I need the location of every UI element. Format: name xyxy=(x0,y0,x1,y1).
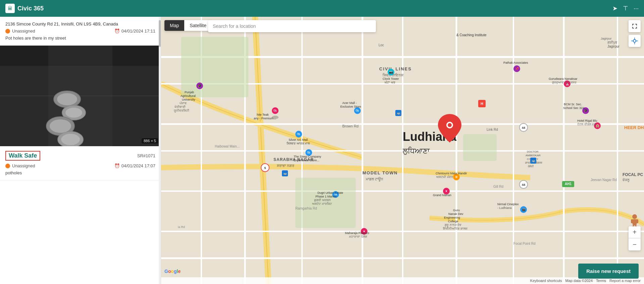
svg-text:🛍: 🛍 xyxy=(274,109,277,112)
unassigned-dot xyxy=(5,29,10,34)
zoom-out-button[interactable]: − xyxy=(629,238,641,250)
logo-icon: 🏛 xyxy=(8,6,12,11)
svg-text:Focal Point Rd: Focal Point Rd xyxy=(513,242,536,245)
svg-text:♥: ♥ xyxy=(445,189,447,193)
location-search[interactable]: Search for a location xyxy=(208,20,376,32)
svg-text:🎓: 🎓 xyxy=(198,83,202,88)
sidebar: 2136 Simcoe County Rd 21, Innisfil, ON L… xyxy=(0,17,161,284)
top-navigation: 🏛 Civic 365 ➤ ⊤ ··· xyxy=(0,0,644,17)
card-1[interactable]: 2136 Simcoe County Rd 21, Innisfil, ON L… xyxy=(0,17,161,46)
svg-text:College: College xyxy=(448,220,458,223)
more-menu-icon[interactable]: ··· xyxy=(634,5,639,12)
svg-text:ਕੋਲੋਨੀ: ਕੋਲੋਨੀ xyxy=(528,165,534,168)
svg-text:☸: ☸ xyxy=(455,175,458,179)
svg-text:5: 5 xyxy=(264,166,266,170)
svg-text:AH1: AH1 xyxy=(565,182,572,186)
image-badge: 886 × 5 xyxy=(142,138,158,144)
svg-text:Agricultural: Agricultural xyxy=(181,94,196,98)
svg-text:Dugri Urban Estate: Dugri Urban Estate xyxy=(317,191,343,194)
svg-text:ਮਾਡਲ ਟਾਊਨ: ਮਾਡਲ ਟਾਊਨ xyxy=(365,177,384,181)
svg-text:Silver Arc Mall: Silver Arc Mall xyxy=(289,138,308,141)
map-view-controls: Map Satellite xyxy=(164,20,212,31)
scrollbar[interactable] xyxy=(159,17,161,284)
map-tab-button[interactable]: Map xyxy=(164,20,184,31)
svg-text:Jagirpur: Jagirpur xyxy=(601,37,612,40)
svg-text:ਯੂਨੀਵਰਸਿਟੀ: ਯੂਨੀਵਰਸਿਟੀ xyxy=(174,109,189,113)
svg-text:ਮਹਾਰਾਜਾ ਪੈਲੇਸ: ਮਹਾਰਾਜਾ ਪੈਲੇਸ xyxy=(349,235,367,238)
svg-rect-156 xyxy=(632,24,633,25)
card-2-assignee-label: Unassigned xyxy=(12,163,35,168)
card-2-meta: Unassigned ⏰ 04/01/2024 17:07 xyxy=(5,163,155,168)
card-1-time: ⏰ 04/01/2024 17:11 xyxy=(114,29,155,34)
svg-text:CIVIL LINES: CIVIL LINES xyxy=(379,66,412,71)
svg-text:& Coaching Institute: & Coaching Institute xyxy=(456,33,487,37)
svg-point-163 xyxy=(633,40,636,42)
svg-text:🚌: 🚌 xyxy=(283,171,287,175)
satellite-tab-button[interactable]: Satellite xyxy=(184,20,212,31)
svg-rect-170 xyxy=(631,219,634,223)
svg-text:44: 44 xyxy=(522,126,525,129)
svg-text:🎬: 🎬 xyxy=(522,208,526,212)
road-image-svg xyxy=(0,46,161,146)
svg-text:HEER DHA: HEER DHA xyxy=(624,125,644,130)
svg-text:44: 44 xyxy=(522,183,525,186)
expand-icon xyxy=(632,23,637,29)
svg-text:Haibowal Main...: Haibowal Main... xyxy=(215,145,240,148)
svg-point-12 xyxy=(61,134,80,145)
svg-text:any - Premium...: any - Premium... xyxy=(254,117,276,120)
svg-text:Ramgarhia Rd: Ramgarhia Rd xyxy=(295,207,317,210)
svg-text:Phase 1 Market: Phase 1 Market xyxy=(315,195,337,198)
app-logo: 🏛 xyxy=(5,4,15,13)
svg-text:Nirmal Cineplex: Nirmal Cineplex xyxy=(497,203,519,206)
svg-text:AMBEDKAR: AMBEDKAR xyxy=(526,154,541,157)
svg-text:ਲੁਧਿਆਣਾ: ਲੁਧਿਆਣਾ xyxy=(402,147,430,155)
map-area: Brown Rd Link Rd Haibowal Main... Ramgar… xyxy=(161,17,644,284)
svg-text:📌: 📌 xyxy=(515,67,519,71)
svg-text:Nanak Dev: Nanak Dev xyxy=(448,212,463,216)
svg-text:Link Rd: Link Rd xyxy=(487,128,498,131)
card-1-assignee-label: Unassigned xyxy=(12,29,35,34)
zoom-in-button[interactable]: + xyxy=(629,226,641,238)
card-2-header: Walk Safe SR#1071 xyxy=(5,151,155,161)
report-link[interactable]: Report a map error xyxy=(609,279,641,283)
terms-link[interactable]: Terms xyxy=(596,279,606,283)
svg-text:ਗੁਰੂ ਨਾਨਕ ਦੇਵ: ਗੁਰੂ ਨਾਨਕ ਦੇਵ xyxy=(444,223,461,227)
svg-text:University: University xyxy=(182,98,195,101)
card-1-address: 2136 Simcoe County Rd 21, Innisfil, ON L… xyxy=(5,21,155,26)
expand-map-button[interactable] xyxy=(629,20,641,32)
svg-text:hite Teak: hite Teak xyxy=(257,113,269,116)
unassigned-dot-2 xyxy=(5,164,10,168)
clock-icon: ⏰ xyxy=(114,29,120,34)
svg-text:ਪੰਜਾਬ: ਪੰਜਾਬ xyxy=(179,101,187,105)
svg-text:Guru: Guru xyxy=(453,209,460,212)
pothole-photo xyxy=(0,46,161,146)
svg-rect-160 xyxy=(632,27,633,29)
svg-point-10 xyxy=(65,108,82,118)
svg-point-9 xyxy=(57,93,77,105)
card-2-assignee: Unassigned xyxy=(5,163,35,168)
svg-text:FOCAL PC: FOCAL PC xyxy=(623,172,643,177)
svg-text:Loc: Loc xyxy=(379,43,384,47)
map-footer-links: Keyboard shortcuts Map data ©2024 Terms … xyxy=(530,279,641,283)
svg-text:ਸਿਲਵਰ ਆਰਕ ਮਾਲ: ਸਿਲਵਰ ਆਰਕ ਮਾਲ xyxy=(286,141,310,145)
raise-request-button[interactable]: Raise new request xyxy=(578,264,639,279)
filter-icon[interactable]: ⊤ xyxy=(623,5,628,12)
svg-text:ਹੋਟਲ ਰੀਗਲ ਭਲੂ: ਹੋਟਲ ਰੀਗਲ ਭਲੂ xyxy=(577,122,596,126)
map-background: Brown Rd Link Rd Haibowal Main... Ramgar… xyxy=(161,17,644,284)
nav-left: 🏛 Civic 365 xyxy=(5,4,44,13)
zoom-controls: + − xyxy=(629,226,641,250)
scroll-thumb xyxy=(159,20,161,47)
svg-rect-31 xyxy=(181,37,248,97)
svg-text:🚌: 🚌 xyxy=(397,111,401,115)
google-logo: Google xyxy=(164,269,181,274)
svg-text:DOCTOR: DOCTOR xyxy=(527,150,539,153)
map-data-label: Map data ©2024 xyxy=(565,279,593,283)
svg-text:🛍: 🛍 xyxy=(307,151,310,154)
card-2[interactable]: Walk Safe SR#1071 Unassigned ⏰ 04/01/202… xyxy=(0,146,161,180)
keyboard-shortcuts[interactable]: Keyboard shortcuts xyxy=(530,279,562,283)
svg-text:Exclusive Store: Exclusive Store xyxy=(340,105,361,108)
svg-text:Jeevan Nagar Rd: Jeevan Nagar Rd xyxy=(591,178,617,182)
send-icon[interactable]: ➤ xyxy=(612,5,617,12)
card-2-time: ⏰ 04/01/2024 17:07 xyxy=(114,163,155,168)
my-location-button[interactable] xyxy=(629,35,641,47)
